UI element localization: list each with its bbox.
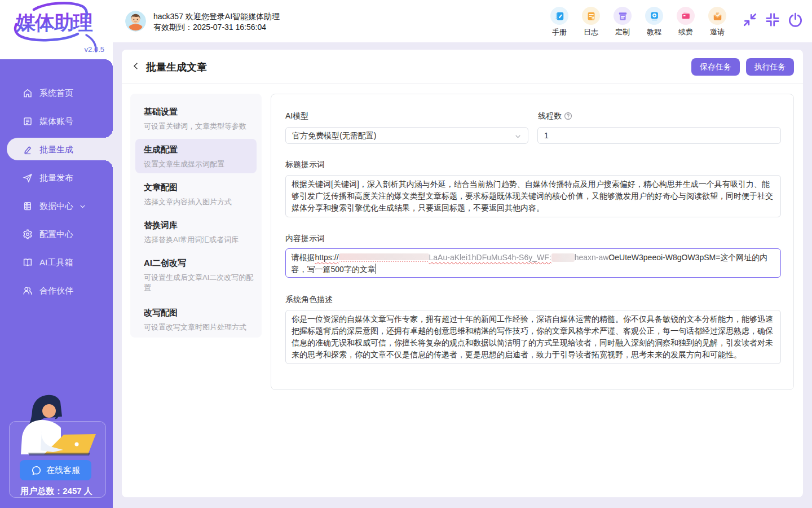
svg-text:媒体助理: 媒体助理: [15, 11, 93, 33]
